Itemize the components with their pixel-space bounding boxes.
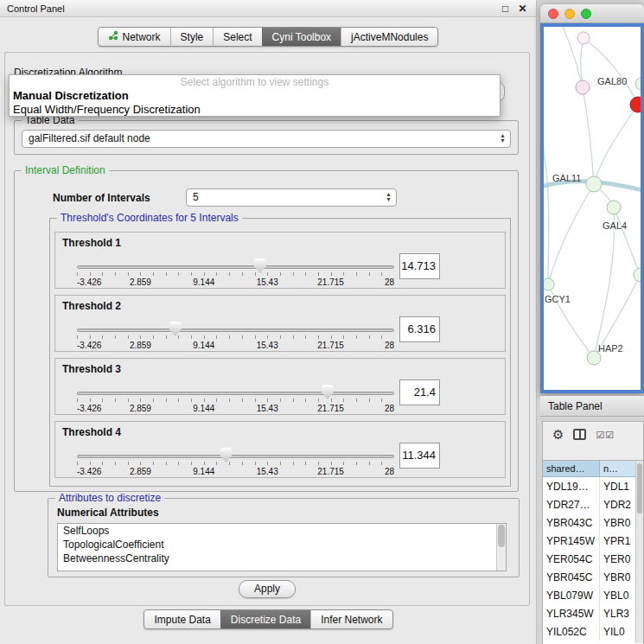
network-node[interactable] <box>635 78 641 90</box>
threshold-value-field[interactable]: 11.344 <box>399 443 440 469</box>
network-node-gal11[interactable] <box>586 176 602 192</box>
select-columns-icon[interactable]: ☑☑ <box>596 428 615 442</box>
tab-style[interactable]: Style <box>170 28 214 46</box>
network-canvas[interactable]: GAL80 GAL11 GAL4 GCY1 HAP2 <box>540 23 644 393</box>
zoom-traffic-light-icon[interactable] <box>581 9 591 19</box>
network-node[interactable] <box>577 32 590 44</box>
algorithm-option-manual[interactable]: Manual Discretization <box>10 89 500 103</box>
scale-tick-label: 9.144 <box>193 467 214 476</box>
control-panel-titlebar: Control Panel □ ✕ <box>0 0 536 17</box>
gear-icon[interactable]: ⚙ <box>552 428 564 442</box>
column-header-shared-name[interactable]: shared… <box>543 461 600 476</box>
network-icon <box>108 30 118 43</box>
network-node[interactable] <box>634 268 641 282</box>
attributes-group-label: Attributes to discretize <box>55 492 164 504</box>
table-panel-titlebar[interactable]: Table Panel <box>540 395 644 417</box>
scale-tick-label: -3.426 <box>77 404 101 413</box>
close-traffic-light-icon[interactable] <box>548 9 558 19</box>
threshold-value-field[interactable]: 14.713 <box>399 253 440 279</box>
slider-thumb[interactable] <box>220 448 232 462</box>
scale-tick-label: 2.859 <box>130 467 151 476</box>
tab-jactivemnodules[interactable]: jActiveMNodules <box>341 28 437 46</box>
table-row[interactable]: YLR345W YLR3 <box>543 604 643 622</box>
threshold-panel: Threshold 1 -3.426 2.859 9.144 15.43 21.… <box>54 232 506 289</box>
numerical-attributes-list[interactable]: SelfLoops TopologicalCoefficient Between… <box>57 523 507 571</box>
scrollbar-thumb[interactable] <box>637 463 642 513</box>
algorithm-dropdown-popup: Select algorithm to view settings Manual… <box>9 74 501 117</box>
algorithm-option-equal-width[interactable]: Equal Width/Frequency Discretization <box>10 103 500 117</box>
tab-discretize-data[interactable]: Discretize Data <box>220 610 310 628</box>
table-row[interactable]: YDL19… YDL1 <box>543 477 643 495</box>
scale-tick-label: -3.426 <box>77 467 101 476</box>
scale-tick-label: 9.144 <box>193 277 214 287</box>
network-view-window: GAL80 GAL11 GAL4 GCY1 HAP2 <box>540 4 644 393</box>
slider-scale: -3.426 2.859 9.144 15.43 21.715 28 <box>77 467 394 477</box>
tab-cyni-toolbox[interactable]: Cyni Toolbox <box>262 28 341 46</box>
table-row[interactable]: YDR27… YDR2 <box>543 495 643 513</box>
list-scrollbar[interactable] <box>496 524 506 571</box>
threshold-label: Threshold 2 <box>62 300 121 312</box>
column-browser-icon[interactable] <box>573 429 586 440</box>
table-row[interactable]: YPR145W YPR1 <box>543 532 643 550</box>
node-label-hap2: HAP2 <box>598 343 623 354</box>
table-rows: YDL19… YDL1 YDR27… YDR2 YBR043C YBR0 YPR… <box>543 477 643 644</box>
scale-tick-label: 21.715 <box>317 341 344 350</box>
slider-track[interactable] <box>77 392 394 395</box>
table-row[interactable]: YBL079W YBL0 <box>543 586 643 604</box>
table-row[interactable]: YER054C YER0 <box>543 550 643 568</box>
slider-track[interactable] <box>77 265 394 269</box>
threshold-slider[interactable]: -3.426 2.859 9.144 15.43 21.715 28 <box>77 257 394 288</box>
network-node-gal4[interactable] <box>607 201 621 214</box>
list-item[interactable]: BetweennessCentrality <box>58 552 506 565</box>
table-panel-title: Table Panel <box>548 400 603 412</box>
threshold-label: Threshold 1 <box>62 237 121 249</box>
number-of-intervals-combobox[interactable]: 5 ▲▼ <box>186 188 397 207</box>
table-scrollbar[interactable] <box>635 462 643 643</box>
network-node-gcy1[interactable] <box>544 278 554 290</box>
threshold-label: Threshold 4 <box>62 426 121 438</box>
network-node-gal80[interactable] <box>576 80 590 94</box>
node-label-gal4: GAL4 <box>603 220 627 231</box>
minimize-traffic-light-icon[interactable] <box>564 9 575 19</box>
slider-scale: -3.426 2.859 9.144 15.43 21.715 28 <box>77 404 394 414</box>
slider-scale: -3.426 2.859 9.144 15.43 21.715 28 <box>77 341 394 351</box>
top-tab-bar: Network Style Select Cyni Toolbox jActiv… <box>0 27 536 47</box>
node-label-gal80: GAL80 <box>597 76 627 86</box>
restore-icon[interactable]: □ <box>499 3 512 15</box>
table-data-combobox[interactable]: galFiltered.sif default node ▲▼ <box>22 130 511 148</box>
tab-select[interactable]: Select <box>213 28 261 46</box>
tab-network[interactable]: Network <box>99 28 170 46</box>
threshold-value-field[interactable]: 6.316 <box>399 316 440 342</box>
slider-track[interactable] <box>77 328 394 332</box>
threshold-slider[interactable]: -3.426 2.859 9.144 15.43 21.715 28 <box>77 383 394 414</box>
table-row[interactable]: YBR045C YBR0 <box>543 568 643 586</box>
table-row[interactable]: YBR043C YBR0 <box>543 513 643 532</box>
threshold-slider[interactable]: -3.426 2.859 9.144 15.43 21.715 28 <box>77 320 394 351</box>
slider-ticks <box>77 462 394 465</box>
cyni-panel-body: Discretization Algorithm Select algorith… <box>4 52 530 606</box>
slider-thumb[interactable] <box>169 322 182 336</box>
tab-impute-data[interactable]: Impute Data <box>144 610 220 628</box>
table-data-group: Table Data galFiltered.sif default node … <box>14 120 519 155</box>
threshold-slider[interactable]: -3.426 2.859 9.144 15.43 21.715 28 <box>77 446 394 477</box>
scale-tick-label: 15.43 <box>257 404 278 413</box>
network-node-selected-red[interactable] <box>630 97 641 112</box>
tab-infer-network[interactable]: Infer Network <box>310 610 392 628</box>
algorithm-placeholder: Select algorithm to view settings <box>10 75 500 89</box>
scale-tick-label: 28 <box>385 277 394 287</box>
slider-thumb[interactable] <box>322 385 334 399</box>
scrollbar-thumb[interactable] <box>498 525 505 547</box>
numerical-attributes-label: Numerical Attributes <box>57 507 159 519</box>
network-window-titlebar[interactable] <box>540 4 644 23</box>
slider-track[interactable] <box>77 455 394 458</box>
apply-button[interactable]: Apply <box>239 580 296 598</box>
scale-tick-label: 2.859 <box>130 404 151 413</box>
threshold-value-field[interactable]: 21.4 <box>399 379 440 405</box>
control-panel-window: Control Panel □ ✕ Network Style <box>0 0 537 644</box>
slider-thumb[interactable] <box>254 258 266 273</box>
list-item[interactable]: SelfLoops <box>58 524 506 538</box>
list-item[interactable]: TopologicalCoefficient <box>58 538 506 552</box>
close-icon[interactable]: ✕ <box>516 3 529 15</box>
number-of-intervals-label: Number of Intervals <box>53 192 150 204</box>
table-row[interactable]: YIL052C YIL0 <box>543 622 643 641</box>
